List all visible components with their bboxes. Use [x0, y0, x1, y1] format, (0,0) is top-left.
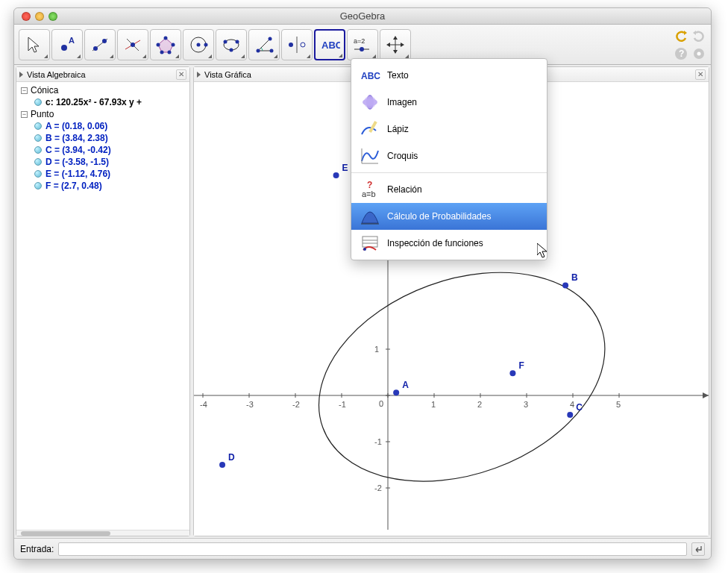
reflect-tool[interactable] [281, 29, 313, 60]
tree-item-point-f[interactable]: F = (2.7, 0.48) [21, 181, 185, 191]
svg-text:5: 5 [616, 400, 621, 409]
svg-point-33 [360, 47, 364, 51]
tree-item-point-b[interactable]: B = (3.84, 2.38) [21, 133, 185, 143]
input-submit-button[interactable] [691, 542, 705, 556]
svg-text:C: C [576, 402, 583, 413]
tree-item-point-e[interactable]: E = (-1.12, 4.76) [21, 169, 185, 179]
svg-point-19 [224, 40, 228, 43]
input-label: Entrada: [20, 544, 54, 554]
svg-text:1: 1 [431, 400, 436, 409]
algebra-title: Vista Algebraica [27, 70, 86, 79]
graphics-title: Vista Gráfica [204, 70, 251, 79]
conic-tool[interactable] [216, 29, 247, 60]
menu-item-pencil[interactable]: Lápiz [351, 116, 547, 143]
input-field[interactable] [58, 542, 687, 556]
svg-marker-9 [158, 38, 173, 52]
svg-marker-41 [693, 31, 696, 35]
point-tool[interactable]: A [51, 29, 83, 60]
perpendicular-tool[interactable] [117, 29, 148, 60]
svg-text:B: B [571, 272, 578, 283]
category-point[interactable]: −Punto [21, 109, 185, 119]
bullet-icon [34, 134, 42, 142]
slider-tool[interactable]: a=2 [347, 29, 378, 60]
svg-text:A: A [69, 36, 75, 45]
undo-button[interactable] [674, 28, 688, 43]
help-button[interactable]: ? [674, 46, 688, 61]
tree-item-point-c[interactable]: C = (3.94, -0.42) [21, 145, 185, 155]
svg-point-28 [289, 43, 293, 47]
redo-button[interactable] [691, 28, 706, 43]
svg-text:-2: -2 [374, 483, 382, 492]
bullet-icon [34, 146, 42, 154]
svg-point-76 [289, 235, 634, 519]
svg-point-4 [93, 46, 98, 51]
collapse-icon[interactable] [19, 72, 23, 78]
circle-tool[interactable] [183, 29, 214, 60]
svg-point-45 [697, 51, 701, 55]
svg-rect-99 [363, 237, 377, 247]
pencil-icon [359, 119, 381, 140]
text-tool[interactable]: ABC [314, 29, 345, 60]
bullet-icon [34, 182, 42, 190]
polygon-tool[interactable] [150, 29, 181, 60]
svg-line-23 [258, 39, 270, 51]
svg-point-21 [230, 48, 233, 51]
menu-item-image[interactable]: Imagen [351, 89, 547, 116]
category-conic[interactable]: −Cónica [21, 85, 185, 96]
menu-item-text[interactable]: ABC Texto [351, 62, 547, 89]
svg-marker-37 [393, 50, 398, 54]
svg-point-16 [197, 43, 201, 46]
menu-item-relation[interactable]: ?a=b Relación [351, 176, 547, 203]
horizontal-scrollbar[interactable] [16, 530, 189, 536]
svg-text:-3: -3 [246, 400, 254, 409]
algebra-tree: −Cónica c: 120.25x² - 67.93x y + −Punto … [16, 82, 189, 530]
svg-text:0: 0 [379, 399, 383, 408]
close-algebra-button[interactable]: ✕ [176, 69, 186, 80]
svg-point-13 [160, 50, 164, 54]
algebra-panel: Vista Algebraica ✕ −Cónica c: 120.25x² -… [16, 66, 190, 536]
svg-text:-1: -1 [339, 400, 346, 409]
text-tool-submenu: ABC Texto Imagen Lápiz Croquis ?a=b Rela… [351, 58, 547, 260]
svg-point-25 [269, 37, 272, 40]
svg-marker-39 [401, 43, 404, 47]
svg-point-10 [164, 36, 168, 40]
line-tool[interactable] [84, 29, 116, 60]
svg-text:3: 3 [524, 400, 528, 409]
angle-tool[interactable] [248, 29, 280, 60]
svg-point-14 [157, 43, 160, 46]
bullet-icon [34, 170, 42, 178]
svg-point-26 [270, 48, 274, 52]
svg-text:4: 4 [570, 400, 574, 409]
svg-text:?: ? [367, 180, 372, 190]
menu-item-sketch[interactable]: Croquis [351, 143, 547, 169]
svg-text:-2: -2 [292, 400, 300, 409]
svg-text:a=b: a=b [362, 190, 376, 198]
svg-marker-36 [393, 36, 398, 40]
tree-item-point-a[interactable]: A = (0.18, 0.06) [21, 121, 185, 131]
menu-item-inspect[interactable]: Inspección de funciones [351, 230, 547, 257]
menu-item-probability[interactable]: Cálculo de Probabilidades [351, 203, 547, 230]
svg-text:-4: -4 [200, 400, 207, 409]
svg-text:1: 1 [374, 345, 379, 354]
input-bar: Entrada: [14, 538, 711, 559]
close-graphics-button[interactable]: ✕ [695, 69, 706, 80]
svg-point-17 [204, 43, 208, 46]
move-tool[interactable] [19, 29, 50, 60]
collapse-icon[interactable] [197, 72, 201, 78]
svg-text:A: A [402, 380, 409, 390]
svg-point-12 [168, 50, 172, 54]
svg-point-20 [236, 40, 239, 43]
svg-rect-93 [368, 121, 377, 133]
svg-point-29 [301, 43, 305, 47]
settings-button[interactable] [691, 46, 706, 61]
tree-item-point-d[interactable]: D = (-3.58, -1.5) [21, 157, 185, 167]
text-icon: ABC [359, 65, 381, 86]
svg-point-83 [219, 462, 225, 468]
menu-separator [351, 172, 547, 173]
tree-item-conic[interactable]: c: 120.25x² - 67.93x y + [21, 97, 185, 107]
svg-point-79 [562, 282, 568, 288]
bullet-icon [34, 158, 42, 166]
image-icon [359, 92, 381, 113]
move-view-tool[interactable] [380, 29, 411, 60]
svg-point-8 [131, 43, 135, 47]
